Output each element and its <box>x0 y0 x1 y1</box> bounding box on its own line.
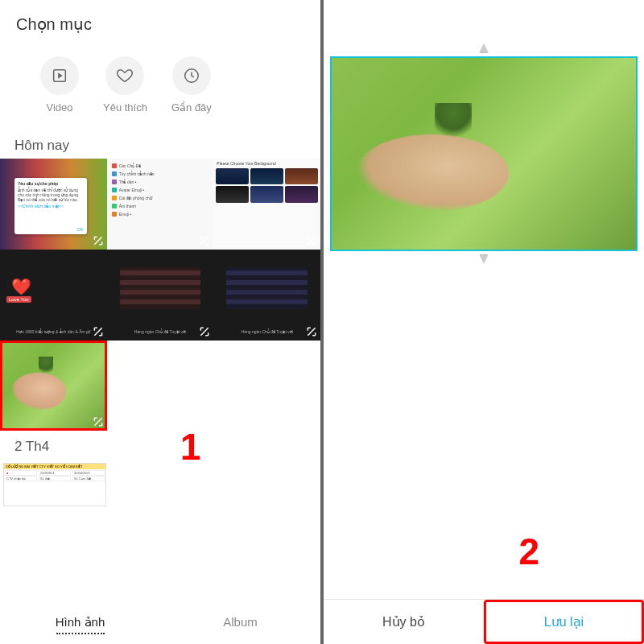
love-sticker: ❤️ <box>11 277 31 296</box>
thumbnail-screenshot[interactable]: Các Chủ Đề Tùy chỉnh cảnh nền Thẻ dán • … <box>107 159 214 250</box>
cancel-button[interactable]: Hủy bỏ <box>324 600 484 644</box>
thumbnail-photo-selected[interactable] <box>0 341 107 431</box>
action-bar: Hủy bỏ Lưu lại <box>324 599 644 644</box>
heart-icon <box>105 56 144 95</box>
thumbnail-screenshot[interactable]: Hàng ngàn Chủ đề Tuyệt vời <box>213 250 320 341</box>
crop-handle-top[interactable] <box>479 43 489 53</box>
category-row: Video Yêu thích Gần đây <box>0 42 320 130</box>
crop-selection[interactable] <box>330 56 638 251</box>
thumbnail-spreadsheet[interactable]: SỐ LƯỢNG BÀI VIẾT CTV VIẾT SO VỚI CAM KẾ… <box>3 463 106 506</box>
category-label: Yêu thích <box>103 101 147 114</box>
save-button[interactable]: Lưu lại <box>484 600 644 644</box>
category-recent[interactable]: Gần đây <box>171 56 212 114</box>
clock-icon <box>172 56 211 95</box>
category-label: Gần đây <box>171 101 212 114</box>
section-header-apr2: 2 Th4 <box>0 431 320 460</box>
thumbnail-row: SỐ LƯỢNG BÀI VIẾT CTV VIẾT SO VỚI CAM KẾ… <box>0 460 320 506</box>
bottom-tabbar: Hình ảnh Album <box>0 599 320 644</box>
image-picker-panel: Chọn mục Video Yêu thích Gần đây Hôm nay… <box>0 0 322 644</box>
expand-icon <box>199 326 210 337</box>
dialog-preview: Yêu cầu sự cho phép Ảnh của bạn sẽ chỉ đ… <box>14 178 87 234</box>
crop-panel: Hủy bỏ Lưu lại 2 <box>322 0 644 644</box>
expand-icon <box>306 326 317 337</box>
category-label: Video <box>46 101 72 114</box>
thumbnail-screenshot[interactable]: Please Choose Your Background <box>213 159 320 250</box>
play-icon <box>40 56 79 95</box>
page-title: Chọn mục <box>0 0 320 42</box>
expand-icon <box>93 326 104 337</box>
section-header-today: Hôm nay <box>0 130 320 159</box>
expand-icon <box>93 416 104 427</box>
expand-icon <box>199 235 210 246</box>
thumbnail-screenshot[interactable]: Hàng ngàn Chủ đề Tuyệt vời <box>107 250 214 341</box>
crop-handle-bottom[interactable] <box>479 254 489 264</box>
category-video[interactable]: Video <box>40 56 79 114</box>
expand-icon <box>93 235 104 246</box>
crop-area <box>324 0 644 251</box>
step-annotation-2: 2 <box>518 530 539 573</box>
tab-album[interactable]: Album <box>160 600 320 644</box>
category-favorites[interactable]: Yêu thích <box>103 56 147 114</box>
tab-images[interactable]: Hình ảnh <box>0 600 160 644</box>
thumbnail-screenshot[interactable]: ❤️ Love You Hơn 1800 biểu tượng & ảnh dá… <box>0 250 107 341</box>
crop-frame[interactable] <box>330 56 638 251</box>
step-annotation-1: 1 <box>180 425 201 469</box>
thumbnail-grid: Yêu cầu sự cho phép Ảnh của bạn sẽ chỉ đ… <box>0 159 320 431</box>
expand-icon <box>306 235 317 246</box>
thumbnail-screenshot[interactable]: Yêu cầu sự cho phép Ảnh của bạn sẽ chỉ đ… <box>0 159 107 250</box>
svg-marker-1 <box>58 72 63 78</box>
